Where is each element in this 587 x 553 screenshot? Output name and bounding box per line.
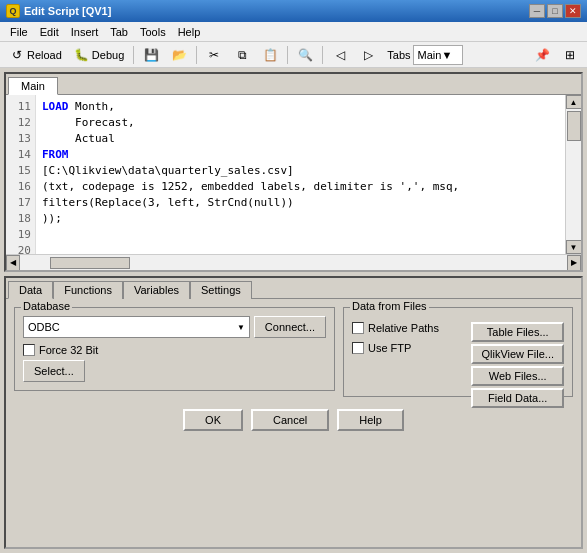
nav-back-icon: ◁ — [332, 47, 348, 63]
paste-button[interactable]: 📋 — [257, 44, 283, 66]
toolbar: ↺ Reload 🐛 Debug 💾 📂 ✂ ⧉ 📋 🔍 ◁ ▷ Tabs Ma… — [0, 42, 587, 68]
menu-help[interactable]: Help — [172, 25, 207, 39]
debug-button[interactable]: 🐛 Debug — [69, 44, 129, 66]
tabs-dropdown[interactable]: Main ▼ — [413, 45, 463, 65]
menu-insert[interactable]: Insert — [65, 25, 105, 39]
database-group-label: Database — [21, 300, 72, 312]
close-button[interactable]: ✕ — [565, 4, 581, 18]
editor-section: Main 11 12 13 14 15 16 17 18 19 20 21 LO… — [4, 72, 583, 272]
database-group: Database ODBC ▼ Connect... Force 32 Bit … — [14, 307, 335, 391]
field-data-button[interactable]: Field Data... — [471, 388, 564, 408]
nav-back-button[interactable]: ◁ — [327, 44, 353, 66]
separator-1 — [133, 46, 134, 64]
pin-icon: 📌 — [534, 47, 550, 63]
toolbar-right-btn1[interactable]: 📌 — [529, 44, 555, 66]
menu-file[interactable]: File — [4, 25, 34, 39]
debug-icon: 🐛 — [74, 47, 90, 63]
bottom-content: Database ODBC ▼ Connect... Force 32 Bit … — [6, 299, 581, 547]
open-button[interactable]: 📂 — [166, 44, 192, 66]
data-from-files-group: Data from Files Relative Paths Use FTP T… — [343, 307, 573, 397]
use-ftp-checkbox[interactable] — [352, 342, 364, 354]
cancel-button[interactable]: Cancel — [251, 409, 329, 431]
menu-edit[interactable]: Edit — [34, 25, 65, 39]
use-ftp-label: Use FTP — [368, 342, 411, 354]
tabs-label: Tabs — [387, 49, 410, 61]
save-button[interactable]: 💾 — [138, 44, 164, 66]
scroll-up-arrow[interactable]: ▲ — [566, 95, 582, 109]
select-button[interactable]: Select... — [23, 360, 85, 382]
tab-functions[interactable]: Functions — [53, 281, 123, 299]
relative-paths-label: Relative Paths — [368, 322, 439, 334]
separator-2 — [196, 46, 197, 64]
cut-icon: ✂ — [206, 47, 222, 63]
app-icon: Q — [6, 4, 20, 18]
title-bar: Q Edit Script [QV1] ─ □ ✕ — [0, 0, 587, 22]
open-icon: 📂 — [171, 47, 187, 63]
toolbar-right-btn2[interactable]: ⊞ — [557, 44, 583, 66]
relative-paths-checkbox[interactable] — [352, 322, 364, 334]
bottom-tab-bar: Data Functions Variables Settings — [6, 278, 581, 299]
file-buttons: Table Files... QlikView File... Web File… — [471, 322, 564, 408]
main-content: Main 11 12 13 14 15 16 17 18 19 20 21 LO… — [0, 68, 587, 553]
copy-icon: ⧉ — [234, 47, 250, 63]
force32bit-checkbox[interactable] — [23, 344, 35, 356]
editor-scrollbar-horizontal[interactable]: ◀ ▶ — [6, 254, 581, 270]
scroll-track-h[interactable] — [20, 256, 567, 270]
cut-button[interactable]: ✂ — [201, 44, 227, 66]
tab-data[interactable]: Data — [8, 281, 53, 299]
minimize-button[interactable]: ─ — [529, 4, 545, 18]
expand-icon: ⊞ — [562, 47, 578, 63]
data-from-files-label: Data from Files — [350, 300, 429, 312]
tab-variables[interactable]: Variables — [123, 281, 190, 299]
tab-settings[interactable]: Settings — [190, 281, 252, 299]
editor-code-area[interactable]: LOAD Month, Forecast, Actual FROM [C:\Ql… — [36, 95, 565, 254]
separator-4 — [322, 46, 323, 64]
scroll-left-arrow[interactable]: ◀ — [6, 255, 20, 271]
copy-button[interactable]: ⧉ — [229, 44, 255, 66]
ok-button[interactable]: OK — [183, 409, 243, 431]
save-icon: 💾 — [143, 47, 159, 63]
menu-tab[interactable]: Tab — [104, 25, 134, 39]
nav-forward-icon: ▷ — [360, 47, 376, 63]
force32bit-row: Force 32 Bit — [23, 344, 326, 356]
reload-button[interactable]: ↺ Reload — [4, 44, 67, 66]
db-dropdown[interactable]: ODBC ▼ — [23, 316, 250, 338]
help-button[interactable]: Help — [337, 409, 404, 431]
bottom-panel: Data Functions Variables Settings Databa… — [4, 276, 583, 549]
scroll-thumb-vertical[interactable] — [567, 111, 581, 141]
scroll-down-arrow[interactable]: ▼ — [566, 240, 582, 254]
search-button[interactable]: 🔍 — [292, 44, 318, 66]
title-text: Edit Script [QV1] — [24, 5, 111, 17]
maximize-button[interactable]: □ — [547, 4, 563, 18]
menu-bar: File Edit Insert Tab Tools Help — [0, 22, 587, 42]
main-tab[interactable]: Main — [8, 77, 58, 95]
paste-icon: 📋 — [262, 47, 278, 63]
dropdown-arrow-icon: ▼ — [441, 49, 452, 61]
scroll-thumb-horizontal[interactable] — [50, 257, 130, 269]
editor-scrollbar-vertical[interactable]: ▲ ▼ — [565, 95, 581, 254]
separator-3 — [287, 46, 288, 64]
connect-button[interactable]: Connect... — [254, 316, 326, 338]
editor-tab-bar: Main — [6, 74, 581, 95]
db-select-row: ODBC ▼ Connect... — [23, 316, 326, 338]
line-numbers: 11 12 13 14 15 16 17 18 19 20 21 — [6, 95, 36, 254]
menu-tools[interactable]: Tools — [134, 25, 172, 39]
scroll-right-arrow[interactable]: ▶ — [567, 255, 581, 271]
data-row: Database ODBC ▼ Connect... Force 32 Bit … — [14, 307, 573, 397]
reload-icon: ↺ — [9, 47, 25, 63]
nav-forward-button[interactable]: ▷ — [355, 44, 381, 66]
table-files-button[interactable]: Table Files... — [471, 322, 564, 342]
web-files-button[interactable]: Web Files... — [471, 366, 564, 386]
search-icon: 🔍 — [297, 47, 313, 63]
dropdown-arrow-icon: ▼ — [237, 323, 245, 332]
qlikview-file-button[interactable]: QlikView File... — [471, 344, 564, 364]
force32bit-label: Force 32 Bit — [39, 344, 98, 356]
editor-body[interactable]: 11 12 13 14 15 16 17 18 19 20 21 LOAD Mo… — [6, 95, 581, 254]
